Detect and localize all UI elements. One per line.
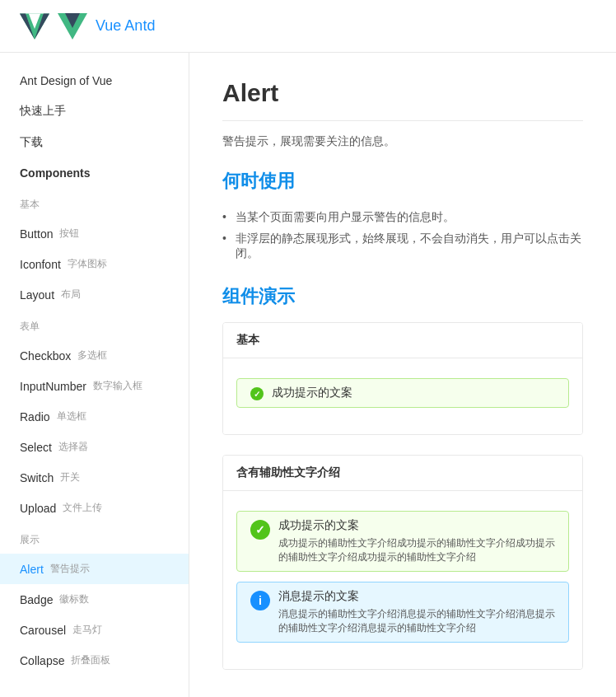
demo-card-desc-body: ✓ 成功提示的文案 成功提示的辅助性文字介绍成功提示的辅助性文字介绍成功提示的辅… (223, 491, 582, 669)
when-to-use-item-1: 当某个页面需要向用户显示警告的信息时。 (222, 207, 583, 228)
sidebar-item-switch[interactable]: Switch 开关 (0, 462, 189, 493)
sidebar: Ant Design of Vue 快速上手 下载 Components 基本 … (0, 53, 189, 697)
when-to-use-list: 当某个页面需要向用户显示警告的信息时。 非浮层的静态展现形式，始终展现，不会自动… (222, 207, 583, 264)
sidebar-item-iconfont[interactable]: Iconfont 字体图标 (0, 249, 189, 279)
sidebar-basic-section: 基本 (0, 191, 189, 218)
when-to-use-title: 何时使用 (222, 169, 583, 194)
sidebar-item-select[interactable]: Select 选择器 (0, 432, 189, 462)
demo-card-basic: 基本 ✓ 成功提示的文案 (222, 322, 583, 435)
demo-card-basic-body: ✓ 成功提示的文案 (223, 358, 582, 434)
app-name: Vue Antd (96, 17, 155, 35)
logo-area: Vue Antd (20, 12, 155, 41)
demo-card-with-desc: 含有辅助性文字介绍 ✓ 成功提示的文案 成功提示的辅助性文字介绍成功提示的辅助性… (222, 455, 583, 670)
sidebar-item-download[interactable]: 下载 (0, 127, 189, 158)
alert-info-desc: 消息提示的辅助性文字介绍消息提示的辅助性文字介绍消息提示的辅助性文字介绍消息提示… (278, 607, 555, 635)
demo-title: 组件演示 (222, 284, 583, 309)
alert-success-with-desc-message: 成功提示的文案 (278, 518, 555, 533)
sidebar-item-badge[interactable]: Badge 徽标数 (0, 584, 189, 615)
sidebar-item-ant-design[interactable]: Ant Design of Vue (0, 66, 189, 96)
alert-info-content: 消息提示的文案 消息提示的辅助性文字介绍消息提示的辅助性文字介绍消息提示的辅助性… (278, 589, 555, 635)
sidebar-item-layout[interactable]: Layout 布局 (0, 279, 189, 310)
vue-logo-icon (20, 12, 49, 41)
sidebar-display-section: 展示 (0, 526, 189, 554)
sidebar-item-inputnumber[interactable]: InputNumber 数字输入框 (0, 371, 189, 401)
sidebar-components-heading: Components (0, 158, 189, 188)
alert-info-with-desc: i 消息提示的文案 消息提示的辅助性文字介绍消息提示的辅助性文字介绍消息提示的辅… (236, 582, 569, 643)
app-header: Vue Antd (0, 0, 616, 53)
sidebar-item-upload[interactable]: Upload 文件上传 (0, 493, 189, 523)
demo-card-desc-header: 含有辅助性文字介绍 (223, 456, 582, 491)
sidebar-item-carousel[interactable]: Carousel 走马灯 (0, 615, 189, 645)
alert-success-desc: 成功提示的辅助性文字介绍成功提示的辅助性文字介绍成功提示的辅助性文字介绍成功提示… (278, 536, 555, 564)
main-content: Alert 警告提示，展现需要关注的信息。 何时使用 当某个页面需要向用户显示警… (189, 53, 616, 697)
subtitle-text: 警告提示，展现需要关注的信息。 (222, 134, 583, 149)
alert-success-content: 成功提示的文案 成功提示的辅助性文字介绍成功提示的辅助性文字介绍成功提示的辅助性… (278, 518, 555, 564)
sidebar-item-radio[interactable]: Radio 单选框 (0, 401, 189, 432)
title-divider (222, 120, 583, 121)
alert-success-basic: ✓ 成功提示的文案 (236, 378, 569, 408)
sidebar-form-section: 表单 (0, 313, 189, 340)
sidebar-item-checkbox[interactable]: Checkbox 多选框 (0, 340, 189, 371)
page-title: Alert (222, 79, 583, 107)
sidebar-item-quick-start[interactable]: 快速上手 (0, 96, 189, 127)
success-icon: ✓ (250, 387, 264, 400)
when-to-use-item-2: 非浮层的静态展现形式，始终展现，不会自动消失，用户可以点击关闭。 (222, 228, 583, 264)
success-large-icon: ✓ (250, 520, 270, 540)
sidebar-item-collapse[interactable]: Collapse 折叠面板 (0, 645, 189, 676)
sidebar-item-alert[interactable]: Alert 警告提示 (0, 554, 189, 584)
alert-info-message: 消息提示的文案 (278, 589, 555, 604)
vue-v-icon (58, 12, 87, 41)
alert-success-with-desc: ✓ 成功提示的文案 成功提示的辅助性文字介绍成功提示的辅助性文字介绍成功提示的辅… (236, 511, 569, 572)
demo-card-basic-header: 基本 (223, 323, 582, 358)
sidebar-item-button[interactable]: Button 按钮 (0, 218, 189, 249)
alert-success-message: 成功提示的文案 (272, 386, 352, 400)
info-large-icon: i (250, 591, 270, 610)
main-layout: Ant Design of Vue 快速上手 下载 Components 基本 … (0, 53, 616, 697)
